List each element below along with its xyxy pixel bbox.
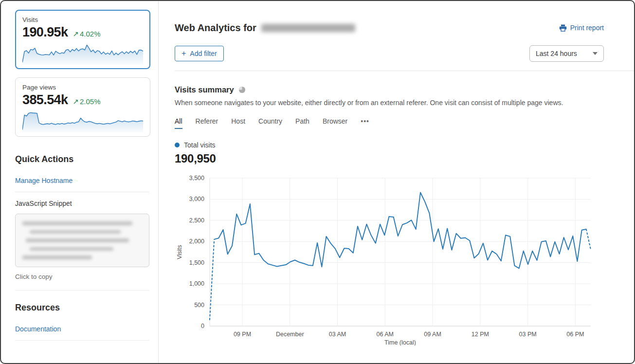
tab-all[interactable]: All bbox=[175, 117, 182, 129]
metric-card-value: 190.95k bbox=[22, 25, 68, 40]
redacted-code-line bbox=[30, 247, 113, 251]
page-title: Web Analytics for bbox=[175, 22, 355, 34]
svg-text:09 AM: 09 AM bbox=[424, 331, 441, 338]
svg-text:2,500: 2,500 bbox=[189, 217, 204, 224]
visits-line-chart: 05001,0001,5002,0002,5003,0003,50009 PMD… bbox=[175, 172, 603, 346]
total-visits-value: 190,950 bbox=[175, 152, 604, 165]
resources-title: Resources bbox=[15, 303, 150, 313]
trend-up-icon: ↗ bbox=[73, 97, 79, 106]
svg-text:Time (local): Time (local) bbox=[384, 339, 416, 346]
redacted-code-line bbox=[30, 230, 121, 234]
sidebar: Visits 190.95k ↗4.02% Page views 385.54k… bbox=[1, 1, 159, 363]
page-views-sparkline bbox=[22, 110, 143, 132]
tab-browser[interactable]: Browser bbox=[323, 117, 347, 129]
visits-sparkline bbox=[22, 42, 143, 65]
svg-text:09 PM: 09 PM bbox=[234, 331, 251, 338]
svg-text:06 PM: 06 PM bbox=[566, 331, 584, 338]
redacted-domain bbox=[261, 24, 355, 32]
svg-text:3,500: 3,500 bbox=[189, 175, 204, 182]
tab-more[interactable]: ••• bbox=[361, 117, 369, 129]
legend-dot-icon bbox=[175, 143, 180, 147]
javascript-snippet-box[interactable] bbox=[15, 214, 149, 267]
divider bbox=[15, 290, 149, 291]
svg-text:03 PM: 03 PM bbox=[519, 331, 537, 338]
metric-card-change: 2.05% bbox=[80, 97, 101, 106]
svg-text:1,000: 1,000 bbox=[189, 280, 204, 287]
tab-host[interactable]: Host bbox=[231, 117, 245, 129]
divider bbox=[15, 192, 149, 192]
divider bbox=[175, 71, 634, 71]
svg-text:Visits: Visits bbox=[176, 245, 183, 259]
add-filter-button[interactable]: + Add filter bbox=[175, 46, 224, 61]
svg-text:December: December bbox=[276, 331, 304, 338]
documentation-link[interactable]: Documentation bbox=[15, 325, 61, 333]
chevron-down-icon bbox=[593, 52, 598, 55]
metric-card-visits[interactable]: Visits 190.95k ↗4.02% bbox=[15, 10, 150, 69]
svg-text:03 AM: 03 AM bbox=[329, 331, 346, 338]
main-content: Web Analytics for Print report + Add fil… bbox=[159, 1, 634, 363]
metric-card-page-views[interactable]: Page views 385.54k ↗2.05% bbox=[15, 77, 150, 137]
svg-text:1,500: 1,500 bbox=[189, 259, 204, 266]
click-to-copy-hint: Click to copy bbox=[15, 273, 150, 280]
svg-text:0: 0 bbox=[201, 323, 204, 329]
tab-country[interactable]: Country bbox=[258, 117, 282, 129]
quick-actions-title: Quick Actions bbox=[15, 154, 150, 164]
redacted-code-line bbox=[22, 221, 132, 225]
web-analytics-dashboard: Visits 190.95k ↗4.02% Page views 385.54k… bbox=[0, 0, 635, 364]
redacted-code-line bbox=[22, 255, 92, 259]
metric-card-value: 385.54k bbox=[22, 92, 68, 108]
chart-legend: Total visits bbox=[175, 141, 604, 149]
redacted-code-line bbox=[26, 238, 129, 242]
tab-referer[interactable]: Referer bbox=[196, 117, 218, 129]
time-range-value: Last 24 hours bbox=[536, 50, 577, 57]
visits-summary-section: Visits summary When someone navigates to… bbox=[175, 85, 634, 347]
javascript-snippet-label: JavaScript Snippet bbox=[15, 200, 150, 207]
divider bbox=[15, 340, 149, 341]
printer-icon bbox=[559, 24, 567, 32]
metric-card-label: Page views bbox=[22, 84, 143, 91]
visits-summary-description: When someone navigates to your website, … bbox=[175, 99, 604, 107]
visits-summary-title: Visits summary bbox=[175, 85, 234, 94]
trend-up-icon: ↗ bbox=[73, 30, 79, 38]
svg-text:3,000: 3,000 bbox=[189, 196, 204, 202]
svg-text:12 PM: 12 PM bbox=[472, 331, 489, 338]
print-report-button[interactable]: Print report bbox=[559, 24, 604, 32]
metric-card-change: 4.02% bbox=[80, 30, 101, 38]
metric-card-label: Visits bbox=[22, 16, 143, 23]
svg-text:2,000: 2,000 bbox=[189, 238, 204, 245]
dimension-tabs: All Referer Host Country Path Browser ••… bbox=[175, 117, 604, 129]
svg-text:06 AM: 06 AM bbox=[377, 331, 394, 338]
legend-label: Total visits bbox=[184, 141, 216, 149]
manage-hostname-link[interactable]: Manage Hostname bbox=[15, 177, 73, 184]
time-range-select[interactable]: Last 24 hours bbox=[529, 45, 604, 62]
tab-path[interactable]: Path bbox=[295, 117, 309, 129]
svg-text:500: 500 bbox=[194, 302, 204, 309]
pie-chart-icon bbox=[238, 86, 246, 93]
plus-icon: + bbox=[181, 51, 186, 56]
